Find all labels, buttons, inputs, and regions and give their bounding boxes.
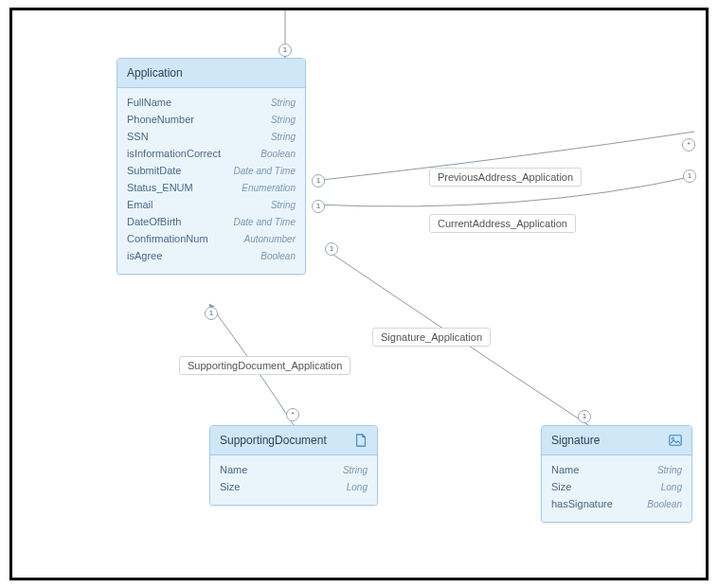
- multiplicity-one: 1: [278, 44, 292, 57]
- entity-supporting-document-header: SupportingDocument: [210, 426, 377, 455]
- attr-name: Name: [551, 464, 579, 475]
- svg-rect-0: [670, 436, 681, 446]
- attr-row: FullNameString: [127, 94, 296, 111]
- multiplicity-one: 1: [312, 174, 325, 187]
- attr-type: Boolean: [260, 149, 296, 159]
- attr-name: Status_ENUM: [127, 182, 193, 193]
- attr-type: String: [343, 465, 368, 475]
- attr-type: String: [271, 98, 296, 108]
- multiplicity-star: *: [682, 138, 695, 151]
- multiplicity-one: 1: [312, 200, 325, 213]
- diagram-border: Application FullNameString PhoneNumberSt…: [9, 8, 709, 580]
- attr-name: isInformationCorrect: [127, 148, 221, 159]
- diagram-canvas[interactable]: Application FullNameString PhoneNumberSt…: [12, 10, 706, 578]
- entity-supporting-document[interactable]: SupportingDocument NameString SizeLong: [209, 425, 378, 506]
- image-icon: [669, 434, 682, 447]
- attr-row: SubmitDateDate and Time: [127, 162, 296, 179]
- attr-type: String: [657, 465, 682, 475]
- attr-row: SizeLong: [220, 478, 368, 495]
- attr-name: Size: [551, 481, 571, 492]
- multiplicity-one: 1: [205, 307, 218, 320]
- attr-row: SizeLong: [551, 478, 682, 495]
- attr-name: isAgree: [127, 250, 162, 261]
- attr-row: EmailString: [127, 196, 296, 213]
- attr-name: hasSignature: [551, 498, 613, 509]
- relation-label-previous-address[interactable]: PreviousAddress_Application: [429, 168, 582, 187]
- diagram-frame: Application FullNameString PhoneNumberSt…: [0, 0, 718, 588]
- attr-row: hasSignatureBoolean: [551, 495, 682, 512]
- attr-name: FullName: [127, 97, 171, 108]
- attr-type: String: [271, 115, 296, 125]
- attr-row: DateOfBirthDate and Time: [127, 213, 296, 230]
- relation-label-signature-application[interactable]: Signature_Application: [372, 328, 491, 347]
- attr-row: PhoneNumberString: [127, 111, 296, 128]
- attr-name: Name: [220, 464, 247, 475]
- multiplicity-star: *: [286, 408, 299, 421]
- attr-row: NameString: [551, 461, 682, 478]
- attr-type: Date and Time: [234, 166, 296, 176]
- attr-name: SubmitDate: [127, 165, 181, 176]
- attr-row: SSNString: [127, 128, 296, 145]
- attr-type: String: [271, 200, 296, 210]
- entity-signature[interactable]: Signature NameString SizeLong hasSignatu…: [541, 425, 692, 523]
- attr-type: Boolean: [260, 251, 296, 261]
- document-icon: [354, 434, 368, 447]
- attr-row: NameString: [220, 461, 368, 478]
- multiplicity-one: 1: [325, 242, 338, 256]
- attr-row: isInformationCorrectBoolean: [127, 145, 296, 162]
- svg-point-1: [672, 437, 673, 439]
- entity-signature-body: NameString SizeLong hasSignatureBoolean: [542, 455, 691, 522]
- entity-application-body: FullNameString PhoneNumberString SSNStri…: [117, 88, 305, 274]
- relation-label-supporting-document-application[interactable]: SupportingDocument_Application: [179, 356, 350, 375]
- attr-type: Date and Time: [234, 217, 296, 227]
- attr-name: Email: [127, 199, 153, 210]
- attr-type: Boolean: [647, 499, 682, 509]
- attr-type: Long: [661, 482, 682, 492]
- attr-name: PhoneNumber: [127, 114, 194, 125]
- attr-type: Autonumber: [244, 234, 296, 244]
- attr-row: ConfirmationNumAutonumber: [127, 230, 296, 247]
- attr-type: String: [271, 132, 296, 142]
- attr-row: isAgreeBoolean: [127, 247, 296, 264]
- attr-name: Size: [220, 481, 240, 492]
- entity-supporting-document-title: SupportingDocument: [220, 434, 327, 447]
- entity-signature-header: Signature: [542, 426, 691, 455]
- attr-name: SSN: [127, 131, 149, 142]
- entity-signature-title: Signature: [551, 434, 600, 447]
- entity-supporting-document-body: NameString SizeLong: [210, 455, 377, 505]
- entity-application-header: Application: [117, 59, 305, 88]
- attr-type: Long: [347, 482, 368, 492]
- attr-type: Enumeration: [242, 183, 296, 193]
- multiplicity-one: 1: [578, 410, 591, 423]
- attr-name: DateOfBirth: [127, 216, 181, 227]
- multiplicity-one: 1: [683, 169, 696, 183]
- attr-name: ConfirmationNum: [127, 233, 208, 244]
- entity-application[interactable]: Application FullNameString PhoneNumberSt…: [117, 58, 306, 275]
- entity-application-title: Application: [127, 66, 183, 80]
- attr-row: Status_ENUMEnumeration: [127, 179, 296, 196]
- relation-label-current-address[interactable]: CurrentAddress_Application: [429, 214, 576, 233]
